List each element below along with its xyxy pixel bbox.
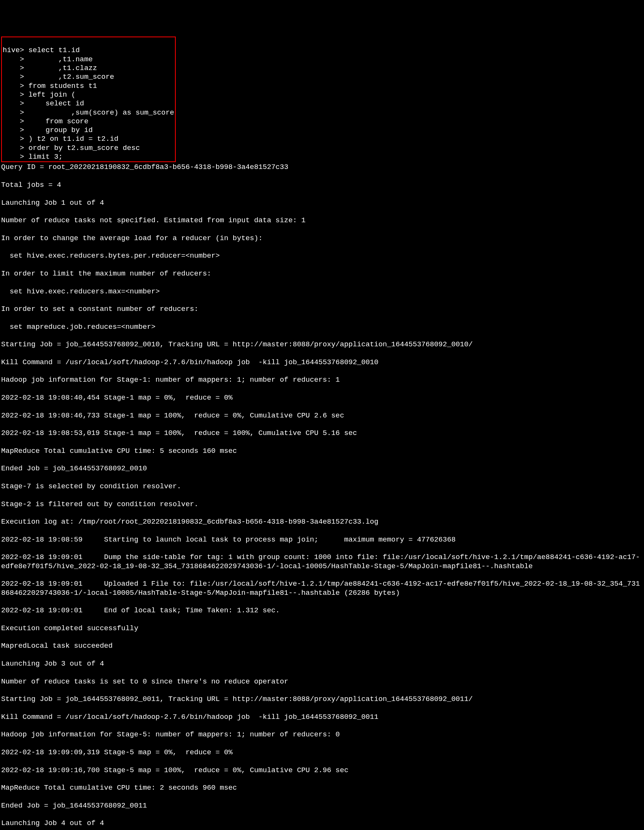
log-line: In order to set a constant number of red… <box>1 305 643 314</box>
log-line: Launching Job 3 out of 4 <box>1 660 643 668</box>
hive-cont-prompt: > <box>3 108 29 117</box>
log-line: Number of reduce tasks is set to 0 since… <box>1 677 643 686</box>
log-line: Kill Command = /usr/local/soft/hadoop-2.… <box>1 713 643 722</box>
log-line: Ended Job = job_1644553768092_0010 <box>1 464 643 473</box>
hive-cont-prompt: > <box>3 144 29 152</box>
log-line: 2022-02-18 19:08:40,454 Stage-1 map = 0%… <box>1 393 643 402</box>
sql-text: group by id <box>29 126 93 134</box>
log-line: MapReduce Total cumulative CPU time: 5 s… <box>1 447 643 456</box>
log-line: 2022-02-18 19:09:09,319 Stage-5 map = 0%… <box>1 748 643 757</box>
sql-text: from score <box>29 117 89 126</box>
log-line: MapredLocal task succeeded <box>1 642 643 650</box>
hive-cont-prompt: > <box>3 99 29 108</box>
sql-line: > select id <box>3 99 84 108</box>
log-line: Execution log at: /tmp/root/root_2022021… <box>1 518 643 526</box>
log-line: Launching Job 1 out of 4 <box>1 199 643 207</box>
sql-line: > group by id <box>3 126 93 134</box>
log-line: 2022-02-18 19:09:01 Uploaded 1 File to: … <box>1 580 643 597</box>
sql-text: from students t1 <box>29 82 97 90</box>
log-line: Hadoop job information for Stage-5: numb… <box>1 730 643 739</box>
hive-cont-prompt: > <box>3 153 29 161</box>
hive-cont-prompt: > <box>3 64 29 72</box>
sql-text: order by t2.sum_score desc <box>29 144 140 152</box>
log-line: set hive.exec.reducers.max=<number> <box>1 287 643 296</box>
log-line: In order to limit the maximum number of … <box>1 269 643 278</box>
sql-text: ) t2 on t1.id = t2.id <box>29 135 119 143</box>
sql-line: > from score <box>3 117 88 126</box>
log-line: Ended Job = job_1644553768092_0011 <box>1 801 643 810</box>
log-line: In order to change the average load for … <box>1 234 643 243</box>
hive-cont-prompt: > <box>3 73 29 81</box>
sql-text: limit 3; <box>29 153 63 161</box>
sql-line: > ) t2 on t1.id = t2.id <box>3 135 118 143</box>
log-line: Hadoop job information for Stage-1: numb… <box>1 376 643 384</box>
log-line: 2022-02-18 19:08:59 Starting to launch l… <box>1 535 643 544</box>
hive-cont-prompt: > <box>3 135 29 143</box>
sql-text: ,t1.clazz <box>29 64 97 72</box>
log-line: 2022-02-18 19:08:46,733 Stage-1 map = 10… <box>1 411 643 420</box>
sql-line: hive> select t1.id <box>3 46 80 54</box>
hive-cont-prompt: > <box>3 55 29 64</box>
sql-line: > from students t1 <box>3 82 97 90</box>
sql-line: > order by t2.sum_score desc <box>3 144 140 152</box>
log-line: Query ID = root_20220218190832_6cdbf8a3-… <box>1 163 643 172</box>
hive-cont-prompt: > <box>3 82 29 90</box>
sql-line: > ,t1.name <box>3 55 93 64</box>
hive-cont-prompt: > <box>3 117 29 126</box>
sql-text: ,sum(score) as sum_score <box>29 108 174 117</box>
sql-text: ,t1.name <box>29 55 93 64</box>
log-line: Total jobs = 4 <box>1 181 643 190</box>
log-line: Starting Job = job_1644553768092_0011, T… <box>1 695 643 704</box>
sql-text: left join ( <box>29 91 76 99</box>
log-line: 2022-02-18 19:08:53,019 Stage-1 map = 10… <box>1 429 643 438</box>
log-line: 2022-02-18 19:09:01 Dump the side-table … <box>1 553 643 571</box>
log-line: Starting Job = job_1644553768092_0010, T… <box>1 340 643 349</box>
log-line: 2022-02-18 19:09:01 End of local task; T… <box>1 606 643 615</box>
sql-text: ,t2.sum_score <box>29 73 114 81</box>
log-line: Number of reduce tasks not specified. Es… <box>1 216 643 225</box>
hive-cont-prompt: > <box>3 91 29 99</box>
sql-text: select id <box>29 99 84 108</box>
log-line: MapReduce Total cumulative CPU time: 2 s… <box>1 784 643 792</box>
log-line: set hive.exec.reducers.bytes.per.reducer… <box>1 252 643 260</box>
hive-cont-prompt: > <box>3 126 29 134</box>
sql-line: > left join ( <box>3 91 76 99</box>
sql-line: > ,t1.clazz <box>3 64 97 72</box>
log-line: Stage-7 is selected by condition resolve… <box>1 482 643 491</box>
log-line: Kill Command = /usr/local/soft/hadoop-2.… <box>1 358 643 367</box>
log-line: Launching Job 4 out of 4 <box>1 819 643 828</box>
sql-text: select t1.id <box>29 46 80 54</box>
hive-prompt: hive> <box>3 46 29 54</box>
sql-input-block: hive> select t1.id > ,t1.name > ,t1.claz… <box>1 37 176 162</box>
log-line: Stage-2 is filtered out by condition res… <box>1 500 643 509</box>
sql-line: > ,t2.sum_score <box>3 73 114 81</box>
log-line: 2022-02-18 19:09:16,700 Stage-5 map = 10… <box>1 766 643 775</box>
sql-line: > limit 3; <box>3 153 63 161</box>
log-line: Execution completed successfully <box>1 624 643 633</box>
log-line: set mapreduce.job.reduces=<number> <box>1 323 643 331</box>
sql-line: > ,sum(score) as sum_score <box>3 108 174 117</box>
